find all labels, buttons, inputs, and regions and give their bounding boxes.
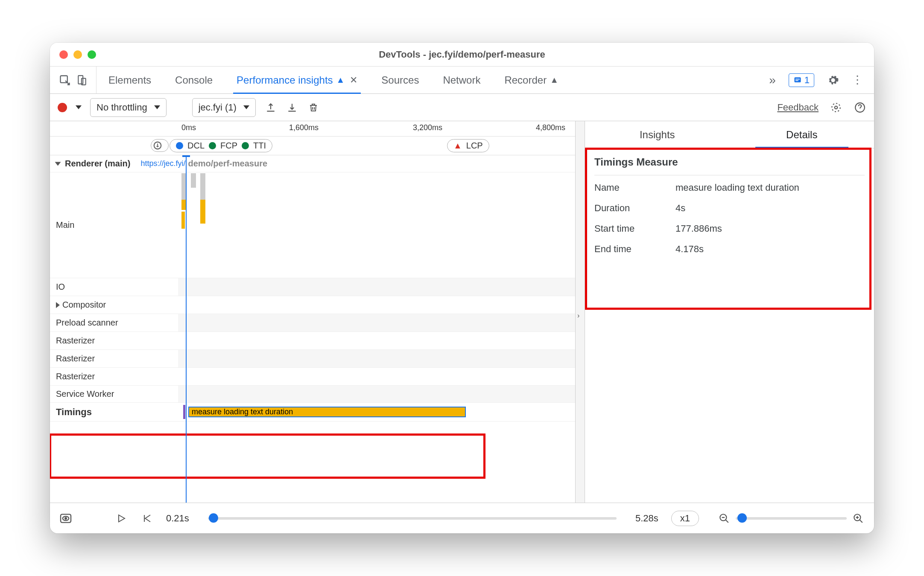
- detail-key: Name: [594, 182, 675, 193]
- time-start: 0.21s: [166, 513, 189, 524]
- tab-network[interactable]: Network: [431, 67, 492, 93]
- tab-recorder[interactable]: Recorder ▲: [492, 67, 570, 93]
- inspect-element-icon[interactable]: [58, 74, 71, 87]
- tab-label: Performance insights: [237, 74, 333, 86]
- track-main[interactable]: Main: [50, 172, 575, 278]
- experiment-icon: ▲: [336, 75, 345, 85]
- timing-measure-bar[interactable]: measure loading text duration: [188, 407, 466, 417]
- slider-thumb[interactable]: [737, 513, 747, 523]
- timing-mark[interactable]: [183, 405, 185, 419]
- marker-label: LCP: [466, 141, 483, 151]
- detail-row-start: Start time177.886ms: [594, 221, 865, 237]
- track-label: Main: [56, 220, 74, 230]
- marker-lcp[interactable]: ▲ LCP: [447, 139, 489, 152]
- play-icon[interactable]: [115, 512, 128, 525]
- track-label: Rasterizer: [56, 354, 95, 364]
- device-toolbar-icon[interactable]: [76, 74, 88, 87]
- playback-slider[interactable]: [208, 517, 617, 520]
- tab-label: Insights: [640, 129, 675, 141]
- issues-badge[interactable]: 1: [789, 73, 814, 87]
- zoom-window-button[interactable]: [88, 50, 96, 59]
- expand-icon: [56, 302, 60, 308]
- track-renderer-header[interactable]: Renderer (main) https://jec.fyi/demo/per…: [50, 155, 575, 172]
- speed-select[interactable]: x1: [671, 511, 699, 526]
- track-label: Compositor: [62, 300, 106, 310]
- track-preload-scanner[interactable]: Preload scanner: [50, 314, 575, 332]
- zoom-out-icon[interactable]: [718, 512, 731, 525]
- track-label: Rasterizer: [56, 336, 95, 346]
- time-end: 5.28s: [635, 513, 658, 524]
- titlebar: DevTools - jec.fyi/demo/perf-measure: [50, 43, 874, 67]
- delete-icon[interactable]: [307, 101, 320, 114]
- tab-sources[interactable]: Sources: [369, 67, 431, 93]
- traffic-lights: [50, 50, 96, 59]
- track-io[interactable]: IO: [50, 278, 575, 296]
- more-options-icon[interactable]: ⋮: [852, 73, 863, 87]
- details-title: Timings Measure: [594, 156, 865, 175]
- speed-value: x1: [680, 513, 690, 524]
- measure-label: measure loading text duration: [192, 407, 293, 416]
- toggle-view-icon[interactable]: [59, 512, 72, 525]
- zoom-slider[interactable]: [736, 517, 847, 520]
- import-icon[interactable]: [286, 101, 298, 114]
- insights-toolbar: No throttling jec.fyi (1) Feedback: [50, 94, 874, 121]
- help-icon[interactable]: [854, 101, 866, 114]
- track-label: Service Worker: [56, 389, 114, 399]
- detail-key: Duration: [594, 203, 675, 214]
- recording-select[interactable]: jec.fyi (1): [192, 98, 256, 117]
- minimize-window-button[interactable]: [73, 50, 82, 59]
- playhead[interactable]: [186, 155, 187, 503]
- tab-label: Recorder: [504, 74, 547, 86]
- settings-icon[interactable]: [827, 74, 839, 86]
- window-title: DevTools - jec.fyi/demo/perf-measure: [50, 49, 874, 60]
- svg-rect-4: [795, 79, 800, 79]
- track-label: Rasterizer: [56, 372, 95, 381]
- track-rasterizer[interactable]: Rasterizer: [50, 350, 575, 368]
- close-tab-icon[interactable]: ✕: [350, 75, 357, 86]
- ruler-tick: 0ms: [181, 123, 196, 132]
- tab-details[interactable]: Details: [730, 121, 874, 148]
- time-ruler[interactable]: 0ms 1,600ms 3,200ms 4,800ms: [50, 121, 575, 137]
- feedback-link[interactable]: Feedback: [777, 102, 819, 113]
- slider-thumb[interactable]: [209, 513, 218, 523]
- chevron-down-icon: [154, 105, 160, 109]
- throttling-select[interactable]: No throttling: [90, 98, 167, 117]
- chevron-down-icon: [243, 105, 249, 109]
- track-rasterizer[interactable]: Rasterizer: [50, 332, 575, 350]
- warning-icon: ▲: [453, 141, 462, 151]
- detail-value: 177.886ms: [675, 223, 722, 234]
- close-window-button[interactable]: [59, 50, 68, 59]
- marker-label: FCP: [220, 141, 237, 151]
- track-rasterizer[interactable]: Rasterizer: [50, 368, 575, 386]
- zoom-in-icon[interactable]: [852, 512, 865, 525]
- marker-group[interactable]: DCL FCP TTI: [170, 139, 272, 152]
- svg-point-6: [835, 106, 838, 109]
- marker-label: DCL: [187, 141, 205, 151]
- tab-insights[interactable]: Insights: [585, 121, 730, 148]
- panel-settings-icon[interactable]: [830, 101, 842, 114]
- more-tabs-icon[interactable]: »: [769, 73, 776, 87]
- detail-value: measure loading text duration: [675, 182, 799, 193]
- playback-footer: 0.21s 5.28s x1: [50, 503, 874, 533]
- detail-key: Start time: [594, 223, 675, 234]
- tab-label: Console: [175, 74, 213, 86]
- track-service-worker[interactable]: Service Worker: [50, 386, 575, 403]
- tab-console[interactable]: Console: [163, 67, 225, 93]
- record-options-dropdown[interactable]: [76, 105, 82, 109]
- scroll-gutter[interactable]: ›: [575, 121, 585, 503]
- collapse-icon[interactable]: ›: [577, 312, 579, 320]
- tab-elements[interactable]: Elements: [96, 67, 163, 93]
- track-compositor[interactable]: Compositor: [50, 296, 575, 314]
- markers-row: DCL FCP TTI ▲ LCP: [50, 137, 575, 155]
- url-link[interactable]: https://jec.fyi/: [140, 159, 185, 168]
- record-button[interactable]: [58, 103, 67, 112]
- track-label: Preload scanner: [56, 318, 118, 328]
- export-icon[interactable]: [264, 101, 277, 114]
- tab-performance-insights[interactable]: Performance insights ▲ ✕: [225, 67, 369, 93]
- track-timings[interactable]: Timings measure loading text duration: [50, 403, 575, 422]
- select-value: jec.fyi (1): [199, 102, 237, 113]
- svg-rect-5: [795, 80, 798, 81]
- detail-key: End time: [594, 244, 675, 255]
- seek-start-icon[interactable]: [140, 512, 153, 525]
- marker-cls[interactable]: [151, 139, 169, 152]
